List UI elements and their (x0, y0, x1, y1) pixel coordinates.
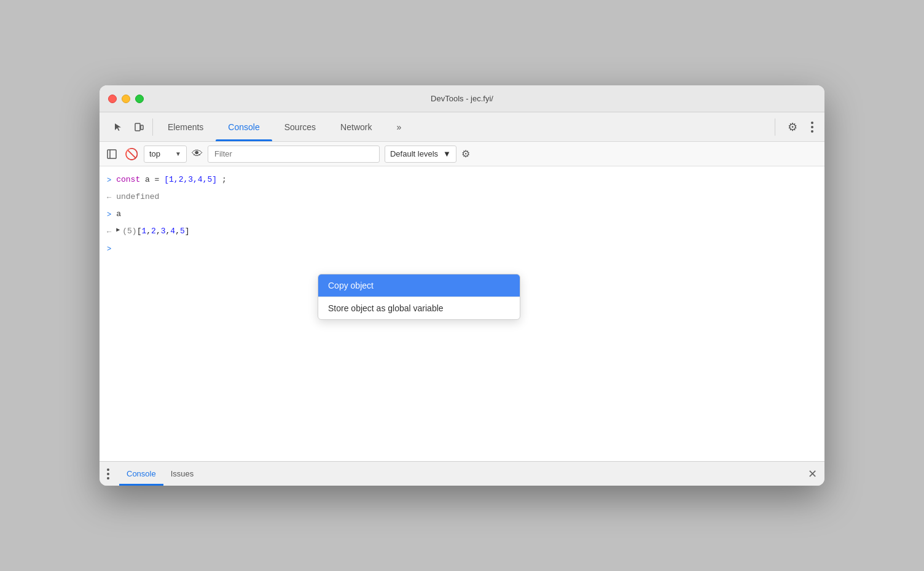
console-line-1: > const a = [1,2,3,4,5] ; (100, 171, 824, 188)
minimize-button[interactable] (122, 95, 130, 103)
traffic-lights (108, 95, 144, 103)
console-line-3: > a (100, 206, 824, 223)
menu-item-copy[interactable]: Copy object (318, 274, 520, 297)
console-content: > const a = [1,2,3,4,5] ; ← undefined > … (100, 166, 824, 461)
device-toggle-icon[interactable] (130, 118, 147, 136)
devtools-window: DevTools - jec.fyi/ Elements (100, 85, 824, 486)
inspector-icon[interactable] (109, 118, 127, 136)
tab-network[interactable]: Network (328, 112, 384, 141)
output-chevron: ← (107, 227, 111, 238)
console-settings-icon[interactable]: ⚙ (461, 148, 470, 160)
window-title: DevTools - jec.fyi/ (431, 94, 493, 103)
menu-item-store-global[interactable]: Store object as global variable (318, 297, 520, 319)
input-chevron: > (107, 209, 111, 220)
context-menu: Copy object Store object as global varia… (318, 274, 520, 320)
console-line-4: ← ▶ (5) [ 1 , 2 , 3 , 4 , 5 ] (100, 223, 824, 240)
close-panel-button[interactable]: ✕ (808, 468, 817, 480)
main-toolbar: Elements Console Sources Network » ⚙ (100, 112, 824, 142)
input-chevron: > (107, 175, 111, 186)
tab-more[interactable]: » (384, 112, 413, 141)
close-button[interactable] (108, 95, 117, 103)
console-toolbar: 🚫 top ▼ 👁 Default levels ▼ ⚙ (100, 142, 824, 166)
filter-input[interactable] (208, 146, 380, 163)
sidebar-toggle-icon[interactable] (104, 147, 119, 161)
more-options-icon[interactable] (805, 120, 820, 134)
maximize-button[interactable] (135, 95, 144, 103)
settings-icon[interactable]: ⚙ (785, 120, 800, 134)
svg-rect-1 (141, 125, 143, 130)
separator (775, 118, 775, 136)
bottom-more-icon[interactable] (107, 468, 109, 480)
context-selector[interactable]: top ▼ (144, 146, 187, 163)
tab-elements[interactable]: Elements (155, 112, 216, 141)
live-expressions-icon[interactable]: 👁 (192, 147, 203, 160)
console-prompt: > (100, 240, 824, 257)
dropdown-arrow-icon: ▼ (175, 150, 181, 157)
log-levels-selector[interactable]: Default levels ▼ (385, 146, 456, 163)
title-bar: DevTools - jec.fyi/ (100, 85, 824, 112)
nav-tabs: Elements Console Sources Network » (155, 112, 413, 141)
console-line-2: ← undefined (100, 188, 824, 206)
bottom-bar: Console Issues ✕ (100, 461, 824, 486)
levels-arrow-icon: ▼ (443, 149, 451, 158)
prompt-chevron: > (107, 245, 111, 254)
toolbar-right: ⚙ (770, 118, 820, 136)
output-chevron: ← (107, 192, 111, 203)
tab-console[interactable]: Console (216, 112, 272, 141)
toolbar-icons (104, 118, 153, 136)
tab-sources[interactable]: Sources (272, 112, 328, 141)
svg-rect-0 (135, 123, 140, 131)
bottom-tab-issues[interactable]: Issues (163, 462, 202, 486)
svg-rect-2 (108, 150, 116, 158)
expand-icon[interactable]: ▶ (116, 225, 120, 235)
clear-console-icon[interactable]: 🚫 (124, 147, 139, 161)
bottom-tab-console[interactable]: Console (119, 462, 163, 486)
